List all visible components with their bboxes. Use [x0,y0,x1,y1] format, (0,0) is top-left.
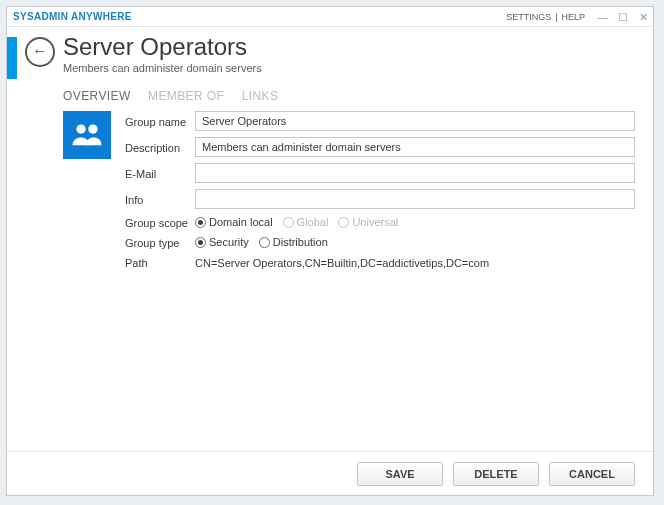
label-description: Description [125,140,195,154]
label-info: Info [125,192,195,206]
radio-label: Global [297,216,329,228]
radio-label: Distribution [273,236,328,248]
label-group-type: Group type [125,235,195,249]
radio-icon [195,237,206,248]
radio-global: Global [283,216,329,228]
row-group-scope: Group scope Domain local Global Universa… [125,215,635,229]
page-subtitle: Members can administer domain servers [63,62,262,74]
window-controls: — ☐ ✕ [597,11,649,23]
label-path: Path [125,255,195,269]
tab-member-of[interactable]: MEMBER OF [148,89,224,103]
titles: Server Operators Members can administer … [63,33,262,74]
save-button[interactable]: SAVE [357,462,443,486]
svg-point-0 [76,124,85,133]
row-group-type: Group type Security Distribution [125,235,635,249]
input-email[interactable] [195,163,635,183]
radio-icon [338,217,349,228]
content-area: Group name Description E-Mail Info Group… [7,111,653,451]
help-link[interactable]: HELP [561,12,585,22]
group-icon [63,111,111,159]
accent-bar [7,37,17,79]
page-header: ← Server Operators Members can administe… [7,27,653,79]
radio-icon [259,237,270,248]
row-path: Path CN=Server Operators,CN=Builtin,DC=a… [125,255,635,269]
users-icon [70,118,104,152]
value-path: CN=Server Operators,CN=Builtin,DC=addict… [195,255,635,269]
maximize-button[interactable]: ☐ [617,11,629,23]
page-title: Server Operators [63,33,262,61]
app-window: SYSADMIN ANYWHERE SETTINGS | HELP — ☐ ✕ … [6,6,654,496]
cancel-button[interactable]: CANCEL [549,462,635,486]
tab-links[interactable]: LINKS [242,89,279,103]
row-info: Info [125,189,635,209]
settings-link[interactable]: SETTINGS [506,12,551,22]
svg-point-1 [88,124,97,133]
tab-bar: OVERVIEW MEMBER OF LINKS [63,89,653,103]
input-description[interactable] [195,137,635,157]
tab-overview[interactable]: OVERVIEW [63,89,131,103]
footer: SAVE DELETE CANCEL [7,451,653,495]
radio-label: Domain local [209,216,273,228]
title-bar: SYSADMIN ANYWHERE SETTINGS | HELP — ☐ ✕ [7,7,653,27]
back-button[interactable]: ← [25,37,55,67]
row-email: E-Mail [125,163,635,183]
back-arrow-icon: ← [32,42,48,60]
form: Group name Description E-Mail Info Group… [125,111,635,451]
close-button[interactable]: ✕ [637,11,649,23]
label-email: E-Mail [125,166,195,180]
row-group-name: Group name [125,111,635,131]
toplink-sep: | [555,12,557,22]
input-group-name[interactable] [195,111,635,131]
radio-domain-local[interactable]: Domain local [195,216,273,228]
radio-icon [283,217,294,228]
label-group-scope: Group scope [125,215,195,229]
radio-universal: Universal [338,216,398,228]
radio-security[interactable]: Security [195,236,249,248]
radio-icon [195,217,206,228]
app-brand: SYSADMIN ANYWHERE [13,11,132,22]
radio-label: Universal [352,216,398,228]
radio-label: Security [209,236,249,248]
minimize-button[interactable]: — [597,11,609,23]
label-group-name: Group name [125,114,195,128]
input-info[interactable] [195,189,635,209]
row-description: Description [125,137,635,157]
radio-distribution[interactable]: Distribution [259,236,328,248]
delete-button[interactable]: DELETE [453,462,539,486]
